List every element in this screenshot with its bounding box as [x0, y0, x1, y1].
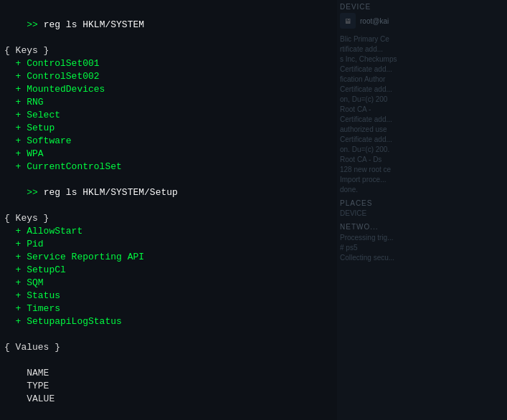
brace-keys-1: { Keys } [4, 44, 333, 57]
key-setupcl: + SetupCl [4, 264, 333, 277]
cert-text-1: Blic Primary Ce rtificate add... s Inc, … [340, 34, 504, 195]
key-controlset002: + ControlSet002 [4, 70, 333, 83]
terminal-pane: >> reg ls HKLM/SYSTEM { Keys } + Control… [0, 0, 337, 420]
key-status: + Status [4, 290, 333, 302]
col-name-header: NAME [27, 367, 156, 380]
right-overlay: DEVICE 🖥 root@kai Blic Primary Ce rtific… [337, 0, 507, 420]
prompt-1: >> [27, 19, 43, 30]
right-device-item: 🖥 root@kai [340, 13, 504, 29]
key-setup: + Setup [4, 122, 333, 135]
key-pid: + Pid [4, 238, 333, 251]
command-1: reg ls HKLM/SYSTEM [44, 19, 144, 30]
right-places-section: PLACES DEVICE [340, 199, 504, 217]
col-type-header: TYPE [27, 380, 77, 393]
command-2: reg ls HKLM/SYSTEM/Setup [44, 187, 178, 198]
col-value-header: VALUE [27, 393, 55, 404]
device-icon: 🖥 [340, 13, 356, 29]
right-network-section: NETWO... Processing trig... # ps5 Collec… [340, 223, 504, 263]
brace-keys-2: { Keys } [4, 212, 333, 225]
key-timers: + Timers [4, 302, 333, 315]
key-controlset001: + ControlSet001 [4, 57, 333, 70]
key-sqm: + SQM [4, 277, 333, 290]
prompt-2: >> [27, 187, 43, 198]
places-label: PLACES [340, 199, 504, 207]
key-setupapilogstatus: + SetupapiLogStatus [4, 315, 333, 328]
key-allowstart: + AllowStart [4, 225, 333, 238]
brace-values: { Values } [4, 341, 333, 354]
network-text: Processing trig... # ps5 Collecting secu… [340, 233, 504, 263]
cmd-line-1: >> reg ls HKLM/SYSTEM [4, 6, 333, 44]
places-text: DEVICE [340, 209, 504, 217]
key-service-reporting: + Service Reporting API [4, 251, 333, 264]
key-software: + Software [4, 135, 333, 148]
cmd-line-2: >> reg ls HKLM/SYSTEM/Setup [4, 173, 333, 212]
network-label: NETWO... [340, 223, 504, 231]
device-text: root@kai [360, 16, 389, 26]
blank-line [4, 328, 333, 341]
key-wpa: + WPA [4, 148, 333, 161]
key-mounteddevices: + MountedDevices [4, 83, 333, 96]
table-header: NAME TYPE VALUE [4, 354, 333, 419]
key-currentcontrolset: + CurrentControlSet [4, 161, 333, 173]
device-label: DEVICE [340, 3, 504, 11]
key-rng: + RNG [4, 96, 333, 109]
right-device-section: DEVICE 🖥 root@kai [340, 3, 504, 29]
key-select: + Select [4, 109, 333, 122]
right-pane: DEVICE 🖥 root@kai Blic Primary Ce rtific… [337, 0, 507, 420]
